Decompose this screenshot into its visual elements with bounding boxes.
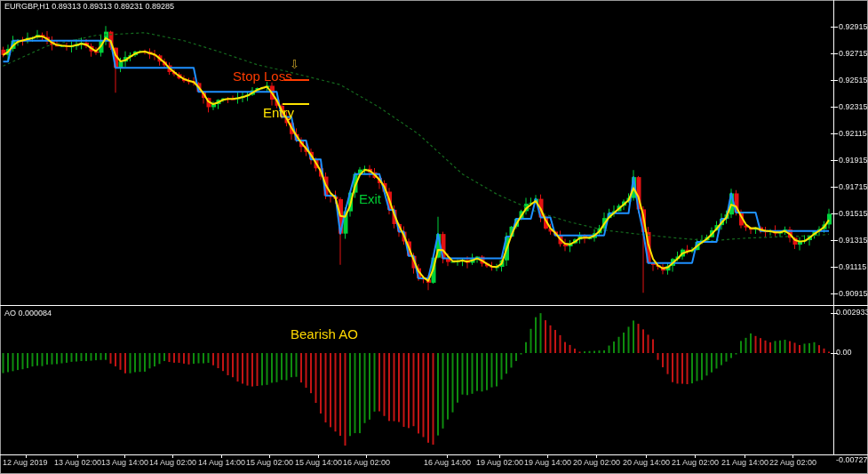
- price-tick-label: 0.91315: [839, 236, 868, 245]
- time-tick-label: 13 Aug 14:00: [101, 458, 148, 468]
- time-tick-label: 19 Aug 02:00: [476, 458, 523, 468]
- time-tick-label: 21 Aug 02:00: [672, 458, 719, 468]
- time-tick-label: 16 Aug 14:00: [424, 458, 471, 468]
- price-tick-label: 0.92715: [839, 49, 868, 59]
- price-tick-label: 0.92115: [839, 129, 867, 139]
- time-tick-label: 15 Aug 02:00: [246, 458, 293, 468]
- mt4-chart-window: EURGBP,H1 0.89313 0.89313 0.89231 0.8928…: [0, 0, 868, 474]
- time-tick-label: 15 Aug 14:00: [295, 458, 342, 468]
- entry-label: Entry: [263, 106, 294, 120]
- indicator-tick-label: -0.007277: [836, 455, 868, 465]
- indicator-tick-label: 0.00: [836, 348, 852, 358]
- exit-label: Exit: [359, 192, 381, 206]
- entry-line[interactable]: [283, 103, 309, 105]
- time-tick-label: 14 Aug 02:00: [149, 458, 196, 468]
- price-tick-label: 0.91715: [839, 182, 868, 192]
- price-tick-label: 0.91515: [839, 209, 868, 219]
- sell-arrow-icon: ⇩: [290, 59, 299, 71]
- time-tick-label: 22 Aug 02:00: [769, 458, 816, 468]
- chart-symbol-title: EURGBP,H1 0.89313 0.89313 0.89231 0.8928…: [4, 2, 174, 12]
- price-chart-canvas[interactable]: [0, 0, 868, 474]
- indicator-value-label: AO 0.000084: [4, 309, 52, 318]
- indicator-tick-label: 0.002933: [836, 308, 868, 317]
- price-tick-label: 0.92515: [839, 76, 868, 85]
- bearish-ao-label: Bearish AO: [291, 327, 358, 341]
- time-tick-label: 12 Aug 2019: [3, 458, 48, 468]
- price-tick-label: 0.91115: [839, 262, 866, 272]
- time-tick-label: 20 Aug 02:00: [573, 458, 620, 468]
- stop-loss-label: Stop Loss: [233, 69, 292, 84]
- time-tick-label: 16 Aug 02:00: [343, 458, 390, 468]
- time-tick-label: 14 Aug 14:00: [198, 458, 245, 468]
- price-tick-label: 0.92915: [839, 22, 868, 32]
- time-tick-label: 13 Aug 02:00: [54, 458, 101, 468]
- price-tick-label: 0.90915: [839, 289, 868, 299]
- price-tick-label: 0.91915: [839, 156, 868, 165]
- price-tick-label: 0.92315: [839, 102, 868, 112]
- stop-loss-line[interactable]: [284, 79, 309, 81]
- time-tick-label: 20 Aug 14:00: [623, 458, 670, 468]
- time-tick-label: 21 Aug 14:00: [721, 458, 768, 468]
- time-tick-label: 19 Aug 14:00: [524, 458, 571, 468]
